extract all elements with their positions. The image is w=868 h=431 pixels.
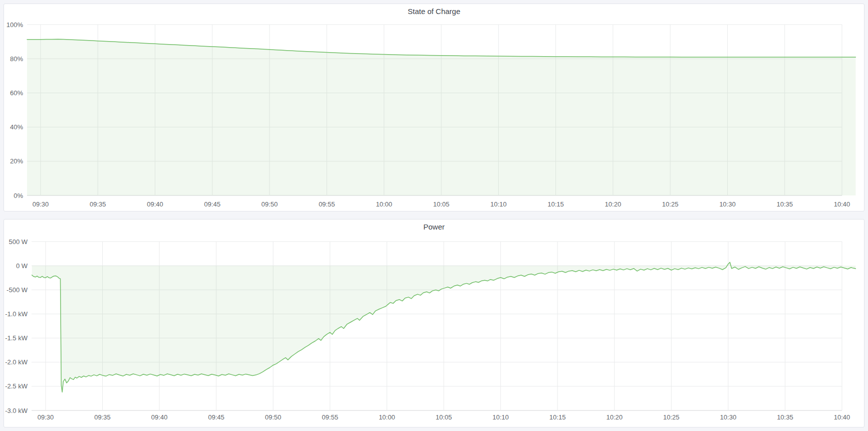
svg-text:60%: 60% xyxy=(10,89,23,97)
state-of-charge-area-fill xyxy=(27,39,855,195)
svg-text:09:55: 09:55 xyxy=(322,413,339,421)
svg-text:10:20: 10:20 xyxy=(605,200,622,208)
svg-text:-2.0 kW: -2.0 kW xyxy=(5,358,28,366)
svg-text:40%: 40% xyxy=(10,123,23,131)
svg-text:10:20: 10:20 xyxy=(606,413,623,421)
svg-text:10:10: 10:10 xyxy=(492,413,509,421)
svg-text:10:10: 10:10 xyxy=(490,200,507,208)
svg-text:-500 W: -500 W xyxy=(7,286,28,294)
svg-text:10:00: 10:00 xyxy=(376,200,392,208)
svg-text:0 W: 0 W xyxy=(16,262,28,270)
svg-text:09:45: 09:45 xyxy=(208,413,224,421)
svg-text:09:35: 09:35 xyxy=(94,413,111,421)
svg-text:10:40: 10:40 xyxy=(834,413,850,421)
svg-text:80%: 80% xyxy=(10,55,23,63)
svg-text:09:55: 09:55 xyxy=(319,200,335,208)
chart-svg: 500 W0 W-500 W-1.0 kW-1.5 kW-2.0 kW-2.5 … xyxy=(4,234,864,427)
panel-title-power[interactable]: Power xyxy=(4,220,864,235)
panel-state-of-charge[interactable]: State of Charge 100%80%60%40%20%0%09:300… xyxy=(4,4,864,211)
svg-text:-2.5 kW: -2.5 kW xyxy=(5,382,28,390)
svg-text:10:25: 10:25 xyxy=(662,200,679,208)
state-of-charge-chart[interactable]: 100%80%60%40%20%0%09:3009:3509:4009:4509… xyxy=(4,19,864,211)
svg-text:100%: 100% xyxy=(7,21,24,29)
svg-text:10:40: 10:40 xyxy=(834,200,850,208)
panel-title-state-of-charge[interactable]: State of Charge xyxy=(4,4,864,19)
svg-text:09:45: 09:45 xyxy=(204,200,221,208)
power-chart[interactable]: 500 W0 W-500 W-1.0 kW-1.5 kW-2.0 kW-2.5 … xyxy=(4,234,864,427)
svg-text:500 W: 500 W xyxy=(9,238,28,246)
svg-text:20%: 20% xyxy=(10,157,23,165)
svg-text:09:40: 09:40 xyxy=(151,413,168,421)
svg-text:10:05: 10:05 xyxy=(433,200,450,208)
svg-text:09:30: 09:30 xyxy=(38,413,54,421)
svg-text:09:50: 09:50 xyxy=(265,413,281,421)
svg-text:10:30: 10:30 xyxy=(719,200,736,208)
svg-text:09:50: 09:50 xyxy=(261,200,278,208)
svg-text:10:00: 10:00 xyxy=(379,413,395,421)
svg-text:10:15: 10:15 xyxy=(547,200,564,208)
svg-text:10:25: 10:25 xyxy=(663,413,680,421)
svg-text:0%: 0% xyxy=(14,192,23,199)
chart-svg: 100%80%60%40%20%0%09:3009:3509:4009:4509… xyxy=(4,19,864,211)
svg-text:10:05: 10:05 xyxy=(436,413,452,421)
panel-power[interactable]: Power 500 W0 W-500 W-1.0 kW-1.5 kW-2.0 k… xyxy=(4,219,864,427)
svg-text:10:30: 10:30 xyxy=(720,413,737,421)
svg-text:09:35: 09:35 xyxy=(90,200,106,208)
svg-text:-1.0 kW: -1.0 kW xyxy=(5,310,28,318)
svg-text:10:35: 10:35 xyxy=(776,200,793,208)
svg-text:-3.0 kW: -3.0 kW xyxy=(5,407,28,414)
svg-text:09:30: 09:30 xyxy=(33,200,49,208)
svg-text:09:40: 09:40 xyxy=(147,200,163,208)
svg-text:-1.5 kW: -1.5 kW xyxy=(5,334,28,342)
svg-text:10:15: 10:15 xyxy=(549,413,566,421)
svg-text:10:35: 10:35 xyxy=(777,413,793,421)
